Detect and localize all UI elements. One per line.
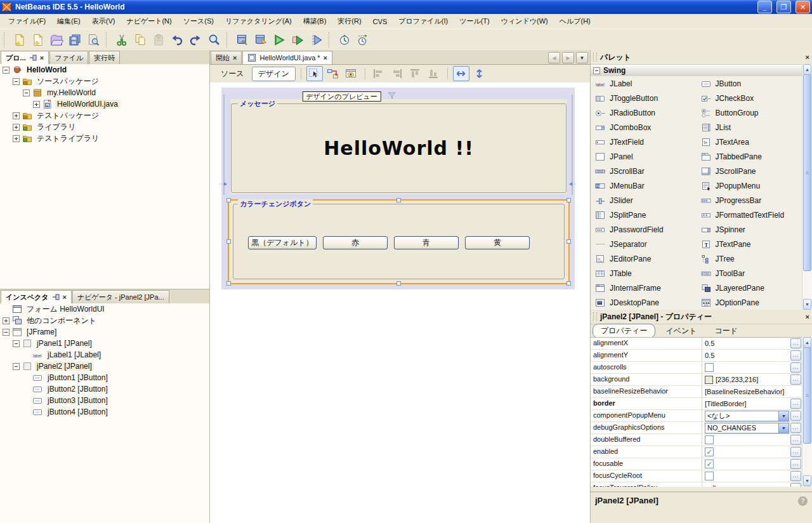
paste-button[interactable] (149, 30, 167, 49)
property-value[interactable] (702, 470, 790, 482)
property-value[interactable]: null (702, 482, 790, 487)
inspector-tree-item-5[interactable]: jPanel2 [JPanel] (0, 361, 209, 372)
property-value[interactable] (702, 458, 790, 470)
close-icon[interactable]: × (806, 54, 809, 61)
chevron-down-icon[interactable]: ▼ (778, 411, 789, 421)
clean-build-button[interactable] (251, 30, 270, 49)
property-row-doubleBuffered[interactable]: doubleBuffered... (591, 434, 802, 446)
undo-button[interactable] (167, 30, 186, 49)
inspector-tree-item-2[interactable]: [JFrame] (0, 326, 209, 338)
property-row-focusTraversalPolicy[interactable]: focusTraversalPolicynull... (591, 482, 802, 487)
property-value[interactable] (702, 446, 790, 458)
ellipsis-button[interactable]: ... (790, 411, 801, 421)
close-icon[interactable]: × (324, 55, 327, 62)
palette-item-jradiobutton[interactable]: JRadioButton (591, 109, 697, 117)
ellipsis-button[interactable]: ... (790, 399, 801, 409)
editor-tab-0[interactable]: 開始× (211, 51, 242, 64)
ellipsis-button[interactable]: ... (790, 374, 801, 385)
run-project-button[interactable] (270, 30, 288, 49)
palette-item-jtextpane[interactable]: TJTextPane (697, 240, 802, 249)
scroll-up-icon[interactable]: ▲ (803, 337, 811, 348)
ellipsis-button[interactable]: ... (790, 362, 801, 373)
properties-tab-0[interactable]: プロパティー (593, 324, 655, 338)
palette-item-jinternalframe[interactable]: JInternalFrame (591, 284, 697, 293)
ellipsis-button[interactable]: ... (790, 459, 801, 469)
palette-item-jtoolbar[interactable]: JToolBar (697, 269, 802, 278)
tab-scroll-left-icon[interactable]: ◀ (548, 52, 560, 63)
property-value[interactable]: <なし>▼ (702, 410, 790, 421)
palette-scrollbar[interactable]: ▲ ≡ ▼ (802, 64, 812, 310)
property-row-alignmentX[interactable]: alignmentX0.5... (591, 338, 802, 350)
palette-item-jspinner[interactable]: JSpinner (697, 225, 802, 234)
palette-item-jtree[interactable]: JTree (697, 255, 802, 263)
palette-item-jpopupmenu[interactable]: JPopupMenu (697, 182, 802, 190)
checkbox[interactable] (705, 447, 714, 456)
properties-tab-1[interactable]: イベント (658, 324, 704, 338)
align-right-button[interactable] (389, 66, 405, 81)
pin-icon[interactable] (29, 55, 37, 61)
close-icon[interactable]: × (63, 294, 67, 301)
menu-item-9[interactable]: プロファイル(I) (393, 15, 454, 28)
align-bottom-button[interactable] (426, 66, 442, 81)
color-button-0[interactable]: 黒（デフォルト） (248, 236, 317, 249)
redo-button[interactable] (186, 30, 204, 49)
inspector-tree-item-7[interactable]: jButton2 [JButton] (0, 383, 209, 395)
menu-item-7[interactable]: 実行(R) (332, 15, 367, 28)
palette-item-jbutton[interactable]: JButton (697, 79, 802, 88)
menu-item-5[interactable]: リファクタリング(A) (219, 15, 298, 28)
property-row-focusCycleRoot[interactable]: focusCycleRoot... (591, 470, 802, 482)
scroll-thumb[interactable]: ≡ (803, 74, 811, 271)
new-file-button[interactable] (10, 30, 29, 49)
design-preview-button[interactable]: デザインのプレビュー (302, 91, 381, 102)
collapse-icon[interactable] (23, 89, 30, 96)
projects-tree-item-1[interactable]: ソースパッケージ (0, 76, 209, 87)
combo-box[interactable]: NO_CHANGES▼ (705, 423, 789, 434)
align-top-button[interactable] (407, 66, 424, 81)
checkbox[interactable] (705, 435, 714, 444)
jpanel2-color-buttons-panel[interactable]: カラーチェンジボタン 黒（デフォルト）赤青黄 (228, 199, 570, 284)
palette-item-jdesktoppane[interactable]: JDesktopPane (591, 298, 697, 307)
new-project-button[interactable] (29, 30, 47, 49)
expand-icon[interactable] (3, 317, 10, 324)
ellipsis-button[interactable]: ... (790, 435, 801, 445)
properties-tab-2[interactable]: コード (707, 324, 746, 338)
selection-handle[interactable] (566, 198, 571, 202)
close-icon[interactable]: × (806, 314, 809, 321)
hello-world-label[interactable]: HelloWorld !! (230, 137, 567, 159)
inspector-tree-item-4[interactable]: labeljLabel1 [JLabel] (0, 349, 209, 361)
copy-button[interactable] (131, 30, 149, 49)
property-value[interactable] (702, 434, 790, 446)
save-all-button[interactable] (65, 30, 84, 49)
palette-item-jseparator[interactable]: JSeparator (591, 240, 697, 249)
palette-item-jscrollpane[interactable]: JScrollPane (697, 167, 802, 176)
expand-icon[interactable] (13, 135, 20, 142)
palette-item-jtextfield[interactable]: JTextField (591, 138, 697, 147)
profile-project-button[interactable] (335, 30, 353, 49)
tab-list-icon[interactable]: ▼ (576, 52, 588, 63)
palette-item-jlist[interactable]: JList (697, 123, 802, 132)
menu-item-6[interactable]: 構築(B) (298, 15, 332, 28)
restore-button[interactable]: ❐ (776, 1, 791, 13)
property-value[interactable]: [BaselineResizeBehavior] (702, 386, 790, 397)
projects-tab-1[interactable]: ファイル (49, 51, 88, 64)
projects-tab-2[interactable]: 実行時 (89, 51, 120, 64)
collapse-icon[interactable] (13, 78, 20, 85)
profile-telemetry-button[interactable] (353, 30, 372, 49)
palette-item-jformattedtextfield[interactable]: #,#JFormattedTextField (697, 211, 802, 220)
property-row-background[interactable]: background[236,233,216]... (591, 374, 802, 386)
expand-icon[interactable] (13, 124, 20, 131)
palette-item-jscrollbar[interactable]: JScrollBar (591, 167, 697, 176)
projects-tree-item-5[interactable]: ライブラリ (0, 121, 209, 133)
palette-category-swing[interactable]: Swing (591, 65, 802, 77)
palette-item-jprogressbar[interactable]: JProgressBar (697, 196, 802, 205)
property-value[interactable]: [236,233,216] (702, 374, 790, 385)
palette-item-joptionpane[interactable]: JOptionPane (697, 298, 802, 307)
selection-handle[interactable] (396, 198, 401, 202)
inspector-tab-0[interactable]: インスペクタ× (1, 290, 72, 303)
inspector-tree-item-6[interactable]: jButton1 [JButton] (0, 372, 209, 383)
ellipsis-button[interactable]: ... (790, 483, 801, 487)
selection-handle[interactable] (226, 281, 231, 286)
color-button-2[interactable]: 青 (394, 236, 459, 249)
collapse-icon[interactable] (13, 363, 20, 370)
checkbox[interactable] (705, 363, 714, 372)
